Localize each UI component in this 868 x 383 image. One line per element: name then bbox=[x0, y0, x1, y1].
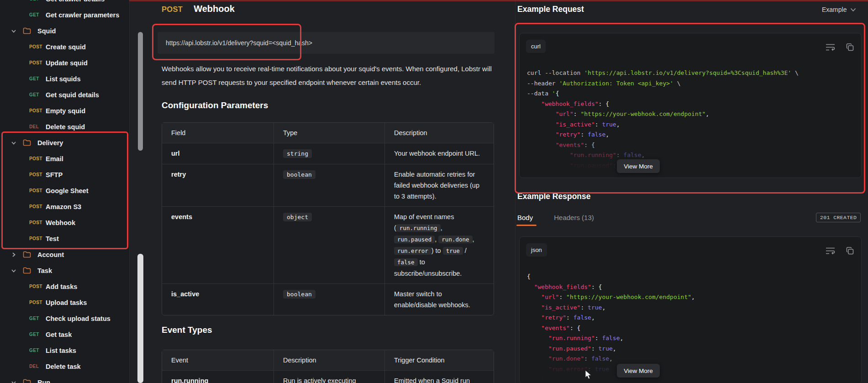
table-cell: url bbox=[162, 143, 274, 164]
chevron-down-icon bbox=[11, 28, 16, 34]
sidebar-item-delete-squid[interactable]: DELDelete squid bbox=[0, 119, 129, 135]
folder-icon bbox=[23, 379, 31, 383]
view-more-button[interactable]: View More bbox=[617, 159, 660, 173]
event-types-table: EventDescriptionTrigger Condition run.ru… bbox=[162, 350, 494, 383]
table-row: retrybooleanEnable automatic retries for… bbox=[162, 164, 494, 207]
column-header: Trigger Condition bbox=[385, 350, 494, 371]
mouse-cursor bbox=[585, 370, 593, 380]
sidebar-item-update-squid[interactable]: POSTUpdate squid bbox=[0, 55, 129, 71]
method-badge: POST bbox=[29, 220, 46, 225]
sidebar-item-create-squid[interactable]: POSTCreate squid bbox=[0, 39, 129, 55]
table-cell: boolean bbox=[274, 284, 385, 315]
method-badge: POST bbox=[29, 60, 46, 65]
table-cell: Master switch to enable/disable webhooks… bbox=[385, 284, 494, 315]
code-line: "url": "https://your-webhook.com/endpoin… bbox=[527, 109, 799, 120]
sidebar-item-label: Delete task bbox=[46, 363, 81, 370]
sidebar-divider bbox=[129, 0, 130, 383]
method-badge: POST bbox=[29, 284, 46, 289]
sidebar-item-label: Google Sheet bbox=[46, 187, 88, 194]
table-row: is_activebooleanMaster switch to enable/… bbox=[162, 284, 494, 315]
status-badge: 201 CREATED bbox=[816, 213, 861, 222]
table-cell: retry bbox=[162, 164, 274, 207]
inline-code: true bbox=[443, 247, 463, 255]
type-chip: boolean bbox=[283, 290, 316, 299]
method-badge: GET bbox=[29, 12, 46, 17]
code-line: "webhook_fields": { bbox=[527, 99, 799, 110]
folder-icon bbox=[23, 267, 31, 274]
sidebar-folder-squid[interactable]: Squid bbox=[0, 23, 129, 39]
sidebar-item-label: Account bbox=[37, 251, 64, 258]
table-cell: Run is actively executing bbox=[274, 371, 385, 383]
sidebar-folder-account[interactable]: Account bbox=[0, 247, 129, 262]
method-badge: GET bbox=[29, 92, 46, 97]
sidebar-item-label: Check upload status bbox=[46, 315, 110, 322]
inline-code: run.paused bbox=[394, 236, 435, 243]
sidebar-item-sftp[interactable]: POSTSFTP bbox=[0, 167, 129, 183]
sidebar-item-google-sheet[interactable]: POSTGoogle Sheet bbox=[0, 183, 129, 199]
content-scrollbar-thumb[interactable] bbox=[137, 254, 143, 383]
code-line: "webhook_fields": { bbox=[527, 282, 695, 293]
sidebar-item-check-upload-status[interactable]: GETCheck upload status bbox=[0, 310, 129, 326]
code-language-label: json bbox=[526, 243, 547, 257]
sidebar-folder-task[interactable]: Task bbox=[0, 262, 129, 278]
code-line: --data '{ bbox=[527, 89, 799, 99]
copy-icon[interactable] bbox=[846, 247, 854, 255]
sidebar-item-add-tasks[interactable]: POSTAdd tasks bbox=[0, 278, 129, 294]
table-row: urlstringYour webhook endpoint URL. bbox=[162, 143, 494, 164]
sidebar-item-amazon-s3[interactable]: POSTAmazon S3 bbox=[0, 199, 129, 215]
sidebar-item-list-squids[interactable]: GETList squids bbox=[0, 71, 129, 87]
sidebar-item-upload-tasks[interactable]: POSTUpload tasks bbox=[0, 294, 129, 310]
code-line: "is_active": true, bbox=[527, 303, 695, 313]
sidebar-item-get-squid-details[interactable]: GETGet squid details bbox=[0, 87, 129, 103]
example-request-title: Example Request bbox=[517, 5, 584, 14]
code-line: curl --location 'https://api.lobstr.io/v… bbox=[527, 68, 799, 79]
word-wrap-icon[interactable] bbox=[826, 247, 835, 255]
view-more-button[interactable]: View More bbox=[617, 364, 660, 378]
sidebar-item-get-task[interactable]: GETGet task bbox=[0, 326, 129, 342]
sidebar-item-webhook[interactable]: POSTWebhook bbox=[0, 215, 129, 231]
sidebar-item-label: Empty squid bbox=[46, 107, 85, 115]
code-line: { bbox=[527, 272, 695, 282]
table-row: run.runningRun is actively executingEmit… bbox=[162, 371, 494, 383]
table-header-row: EventDescriptionTrigger Condition bbox=[162, 350, 494, 371]
sidebar-item-label: Upload tasks bbox=[46, 299, 87, 306]
example-response-title: Example Response bbox=[517, 192, 590, 201]
sidebar-item-label: Add tasks bbox=[46, 283, 77, 290]
table-cell: events bbox=[162, 207, 274, 284]
sidebar-folder-delivery[interactable]: Delivery bbox=[0, 135, 129, 151]
sidebar-item-label: Task bbox=[37, 267, 52, 274]
method-badge: GET bbox=[29, 0, 46, 1]
response-tabs: Body Headers (13) bbox=[517, 214, 594, 226]
sidebar-item-delete-task[interactable]: DELDelete task bbox=[0, 358, 129, 374]
copy-icon[interactable] bbox=[846, 43, 854, 51]
annotation-strip-top bbox=[129, 0, 868, 1]
sidebar-item-test[interactable]: POSTTest bbox=[0, 231, 129, 247]
sidebar-item-get-crawler-parameters[interactable]: GETGet crawler parameters bbox=[0, 7, 129, 23]
sidebar-item-label: Amazon S3 bbox=[46, 203, 81, 210]
sidebar-item-label: Run bbox=[37, 379, 50, 383]
sidebar-folder-run[interactable]: Run bbox=[0, 374, 129, 383]
table-cell: string bbox=[274, 143, 385, 164]
tab-headers[interactable]: Headers (13) bbox=[554, 214, 594, 226]
table-cell: Emitted when a Squid run bbox=[385, 371, 494, 383]
config-parameters-table: FieldTypeDescription urlstringYour webho… bbox=[162, 122, 494, 315]
method-badge: GET bbox=[29, 332, 46, 337]
sidebar-item-list-tasks[interactable]: GETList tasks bbox=[0, 342, 129, 358]
panel-divider bbox=[515, 0, 516, 383]
column-header: Description bbox=[385, 123, 494, 143]
word-wrap-icon[interactable] bbox=[826, 43, 835, 51]
sidebar: GETGet crawler detailsGETGet crawler par… bbox=[0, 0, 129, 383]
tab-body[interactable]: Body bbox=[517, 214, 533, 226]
sidebar-item-label: Squid bbox=[37, 27, 56, 35]
sidebar-item-label: Delete squid bbox=[46, 123, 85, 131]
chevron-right-icon bbox=[11, 252, 16, 257]
chevron-down-icon bbox=[850, 8, 856, 12]
code-fade bbox=[520, 136, 861, 178]
sidebar-item-get-crawler-details[interactable]: GETGet crawler details bbox=[0, 0, 129, 7]
sidebar-scrollbar-thumb[interactable] bbox=[138, 32, 143, 151]
sidebar-item-empty-squid[interactable]: POSTEmpty squid bbox=[0, 103, 129, 119]
sidebar-item-email[interactable]: POSTEmail bbox=[0, 151, 129, 167]
sidebar-item-label: Delivery bbox=[37, 139, 63, 147]
example-language-dropdown[interactable]: Example bbox=[822, 6, 856, 13]
event-types-section-title: Event Types bbox=[162, 325, 212, 335]
